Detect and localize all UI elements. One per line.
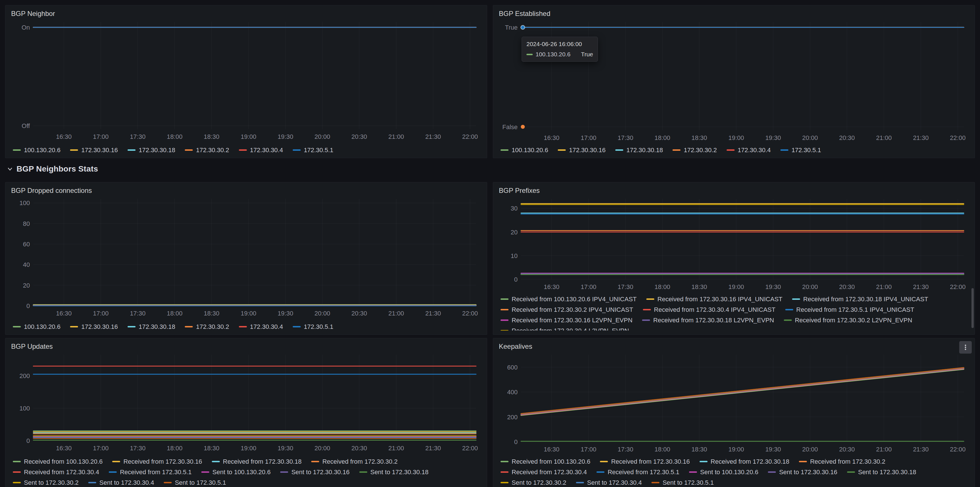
bgp-dropped-connections-chart[interactable]: 16:3017:0017:3018:0018:3019:0019:3020:00… [11,195,481,321]
legend-label: 172.30.5.1 [304,146,333,154]
legend-item[interactable]: Received from 172.30.30.2 [799,458,885,465]
legend-item[interactable]: 172.30.30.4 [727,146,771,154]
legend-label: Received from 172.30.30.18 [223,458,302,465]
legend-item[interactable]: 172.30.5.1 [293,323,333,330]
legend-item[interactable]: Received from 172.30.30.2 L2VPN_EVPN [784,316,912,324]
legend-item[interactable]: Received from 172.30.30.4 IPV4_UNICAST [643,306,776,314]
series-color-swatch [501,482,509,483]
legend-item[interactable]: Received from 172.30.30.16 [112,458,202,465]
legend-item[interactable]: 172.30.30.2 [185,146,229,154]
panel-bgp-established: BGP Established 16:3017:0017:3018:0018:3… [493,5,975,158]
legend-item[interactable]: 172.30.30.18 [615,146,663,154]
legend-item[interactable]: Received from 172.30.30.2 IPV4_UNICAST [501,306,633,314]
series-color-swatch [558,149,566,151]
keepalives-chart[interactable]: 16:3017:0017:3018:0018:3019:0019:3020:00… [499,351,969,456]
legend-scrollbar[interactable] [972,288,974,328]
panel-title-bgp-updates[interactable]: BGP Updates [11,342,481,351]
svg-text:20:30: 20:30 [352,133,367,140]
legend-item[interactable]: Received from 172.30.30.18 L2VPN_EVPN [642,316,774,324]
legend-item[interactable]: Received from 172.30.30.2 [311,458,398,465]
legend-item[interactable]: 172.30.5.1 [780,146,821,154]
legend-item[interactable]: Sent to 172.30.30.16 [280,468,349,476]
svg-text:18:00: 18:00 [167,445,183,452]
legend-item[interactable]: Received from 172.30.5.1 [597,468,679,476]
svg-text:16:30: 16:30 [544,283,560,290]
tooltip-series-value: True [581,51,593,58]
legend-item[interactable]: Received from 172.30.30.4 [13,468,99,476]
series-color-swatch [70,326,78,327]
svg-text:17:30: 17:30 [617,283,633,290]
legend-item[interactable]: Sent to 172.30.30.2 [13,479,79,487]
legend-item[interactable]: Sent to 100.130.20.6 [201,468,270,476]
legend-item[interactable]: 172.30.30.16 [70,146,118,154]
panel-title-bgp-dropped-connections[interactable]: BGP Dropped connections [11,186,481,195]
svg-text:17:00: 17:00 [93,310,108,317]
legend-label: Sent to 100.130.20.6 [212,468,270,476]
legend-item[interactable]: Received from 172.30.30.16 [600,458,690,465]
legend-item[interactable]: Received from 172.30.30.4 [501,468,587,476]
legend-item[interactable]: Sent to 172.30.30.4 [88,479,154,487]
panel-title-bgp-prefixes[interactable]: BGP Prefixes [499,186,969,195]
series-color-swatch [239,326,247,327]
series-color-swatch [727,149,735,151]
legend-label: Received from 172.30.30.16 [611,458,690,465]
series-color-swatch [780,149,788,151]
legend-item[interactable]: 172.30.30.4 [239,146,283,154]
svg-text:100: 100 [19,200,30,206]
legend-item[interactable]: 100.130.20.6 [13,146,60,154]
legend-item[interactable]: Received from 172.30.5.1 [109,468,192,476]
legend-item[interactable]: Sent to 172.30.30.2 [501,479,566,487]
legend-item[interactable]: Received from 100.130.20.6 IPV4_UNICAST [501,295,636,303]
svg-text:16:30: 16:30 [544,446,560,453]
legend-item[interactable]: Received from 100.130.20.6 [501,458,590,465]
svg-text:18:00: 18:00 [655,134,670,141]
legend-label: Received from 100.130.20.6 [512,458,590,465]
legend-item[interactable]: 172.30.30.18 [127,146,175,154]
series-color-swatch [600,461,608,462]
legend-item[interactable]: 172.30.30.4 [239,323,283,330]
legend-item[interactable]: Received from 172.30.30.18 [700,458,789,465]
legend-item[interactable]: 100.130.20.6 [501,146,548,154]
legend-item[interactable]: Received from 172.30.30.18 [212,458,302,465]
bgp-prefixes-chart[interactable]: 16:3017:0017:3018:0018:3019:0019:3020:00… [499,195,969,293]
panel-title-keepalives[interactable]: Keepalives [499,342,969,351]
panel-menu-kebab-icon[interactable] [959,341,972,354]
row-header-bgp-neighbors-stats[interactable]: BGP Neighbors Stats [5,156,975,182]
legend-item[interactable]: Received from 172.30.30.16 IPV4_UNICAST [646,295,783,303]
legend-item[interactable]: 172.30.30.16 [70,323,118,330]
legend-item[interactable]: Sent to 172.30.30.18 [847,468,916,476]
series-color-swatch [293,149,301,151]
legend-item[interactable]: 100.130.20.6 [13,323,60,330]
svg-text:19:00: 19:00 [240,445,256,452]
legend-item[interactable]: 172.30.30.16 [558,146,605,154]
series-color-swatch [501,309,509,310]
legend-item[interactable]: Sent to 172.30.30.16 [768,468,837,476]
legend-item[interactable]: 172.30.30.2 [185,323,229,330]
legend-label: 172.30.30.16 [569,146,605,154]
panel-title-bgp-neighbor[interactable]: BGP Neighbor [11,9,481,19]
bgp-neighbor-chart[interactable]: 16:3017:0017:3018:0018:3019:0019:3020:00… [11,19,481,144]
panel-title-bgp-established[interactable]: BGP Established [499,9,969,19]
legend-item[interactable]: Received from 172.30.30.18 IPV4_UNICAST [792,295,928,303]
svg-text:21:30: 21:30 [425,445,441,452]
legend-item[interactable]: Sent to 100.130.20.6 [689,468,758,476]
legend-item[interactable]: Sent to 172.30.5.1 [164,479,226,487]
legend-item[interactable]: Sent to 172.30.30.18 [359,468,428,476]
legend-item[interactable]: Received from 100.130.20.6 [13,458,102,465]
legend-item[interactable]: 172.30.30.2 [673,146,717,154]
legend-item[interactable]: Sent to 172.30.30.4 [576,479,642,487]
legend-item[interactable]: Received from 172.30.5.1 IPV4_UNICAST [785,306,915,314]
svg-text:False: False [502,124,518,130]
legend-item[interactable]: 172.30.5.1 [293,146,333,154]
legend-item[interactable]: 172.30.30.18 [127,323,175,330]
legend-label: Received from 172.30.30.2 [810,458,885,465]
legend-item[interactable]: Sent to 172.30.5.1 [651,479,714,487]
legend-label: Received from 172.30.30.2 IPV4_UNICAST [512,306,633,314]
bgp-neighbor-legend: 100.130.20.6172.30.30.16172.30.30.18172.… [11,146,481,154]
series-color-swatch [127,326,135,327]
legend-item[interactable]: Received from 172.30.30.16 L2VPN_EVPN [501,316,632,324]
bgp-updates-chart[interactable]: 16:3017:0017:3018:0018:3019:0019:3020:00… [11,351,481,456]
series-color-swatch [70,149,78,151]
svg-text:18:30: 18:30 [692,134,707,141]
legend-item[interactable]: Received from 172.30.30.4 L2VPN_EVPN [501,327,629,330]
